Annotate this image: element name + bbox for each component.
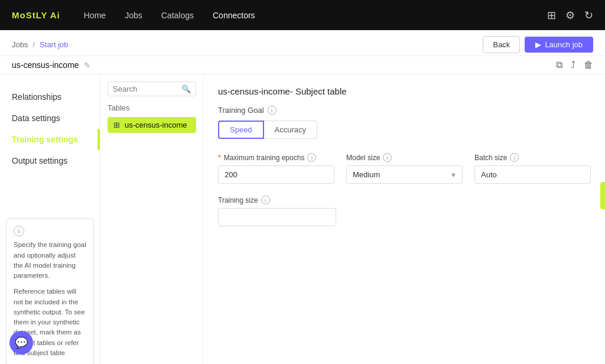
copy-icon[interactable]: ⧉ bbox=[556, 60, 562, 70]
table-icon: ⊞ bbox=[113, 121, 120, 129]
breadcrumb-separator: / bbox=[32, 40, 35, 49]
search-box[interactable]: 🔍 bbox=[108, 82, 196, 96]
batch-size-group: Batch size i bbox=[474, 153, 591, 184]
breadcrumb-actions: Back ▶ Launch job bbox=[483, 36, 593, 53]
sidebar: Relationships Data settings Training set… bbox=[0, 74, 100, 364]
max-epochs-info-icon[interactable]: i bbox=[307, 153, 316, 162]
required-marker: * bbox=[218, 154, 221, 162]
max-epochs-group: * Maximum training epochs i bbox=[218, 153, 334, 184]
delete-icon[interactable]: 🗑 bbox=[584, 60, 593, 70]
tables-panel: 🔍 Tables ⊞ us-census-income bbox=[100, 74, 204, 364]
training-size-label: Training size i bbox=[218, 196, 336, 204]
gear-icon[interactable]: ⚙ bbox=[565, 9, 575, 22]
grid-icon[interactable]: ⊞ bbox=[547, 9, 556, 22]
batch-size-input[interactable] bbox=[474, 165, 591, 184]
breadcrumb: Jobs / Start job bbox=[12, 40, 69, 49]
tables-label: Tables bbox=[108, 103, 196, 112]
launch-job-button[interactable]: ▶ Launch job bbox=[525, 37, 593, 53]
chat-icon: 💬 bbox=[15, 336, 28, 349]
main-layout: Relationships Data settings Training set… bbox=[0, 74, 605, 364]
training-size-group: Training size i bbox=[218, 196, 336, 226]
chat-bubble[interactable]: 💬 bbox=[9, 331, 33, 355]
batch-size-info-icon[interactable]: i bbox=[510, 153, 519, 162]
model-size-label: Model size i bbox=[346, 153, 463, 162]
edit-icon[interactable]: ✎ bbox=[84, 61, 90, 70]
navbar: MoStLY Ai Home Jobs Catalogs Connectors … bbox=[0, 0, 605, 30]
info-text-1: Specify the training goal and optionally… bbox=[14, 240, 86, 281]
sidebar-item-training-settings[interactable]: Training settings bbox=[0, 129, 100, 150]
goal-speed-button[interactable]: Speed bbox=[218, 121, 264, 139]
title-row: us-census-income ✎ ⧉ ⤴ 🗑 bbox=[0, 56, 605, 74]
search-input[interactable] bbox=[113, 84, 178, 93]
form-row-1: * Maximum training epochs i Model size i… bbox=[218, 153, 591, 184]
dataset-title: us-census-income ✎ bbox=[12, 60, 90, 70]
nav-links: Home Jobs Catalogs Connectors bbox=[84, 11, 523, 20]
sidebar-item-output-settings[interactable]: Output settings bbox=[0, 150, 100, 171]
launch-icon: ▶ bbox=[535, 40, 541, 49]
training-goal-buttons: Speed Accuracy bbox=[218, 121, 591, 139]
form-row-2: Training size i bbox=[218, 196, 591, 226]
goal-accuracy-button[interactable]: Accuracy bbox=[264, 121, 317, 139]
brand-logo: MoStLY Ai bbox=[12, 10, 60, 20]
nav-jobs[interactable]: Jobs bbox=[125, 11, 142, 20]
nav-catalogs[interactable]: Catalogs bbox=[161, 11, 194, 20]
subject-table-title: us-census-income- Subject table bbox=[218, 86, 591, 96]
max-epochs-label: * Maximum training epochs i bbox=[218, 153, 334, 162]
back-button[interactable]: Back bbox=[483, 36, 520, 53]
model-size-info-icon[interactable]: i bbox=[383, 153, 392, 162]
table-item-us-census[interactable]: ⊞ us-census-income bbox=[108, 117, 196, 133]
batch-size-label: Batch size i bbox=[474, 153, 591, 162]
title-row-icons: ⧉ ⤴ 🗑 bbox=[556, 60, 593, 70]
info-circle-icon: i bbox=[14, 226, 24, 236]
model-size-select[interactable]: Small Medium Large bbox=[346, 165, 463, 184]
model-size-select-wrapper: Small Medium Large ▼ bbox=[346, 165, 463, 184]
breadcrumb-bar: Jobs / Start job Back ▶ Launch job bbox=[0, 30, 605, 56]
search-icon: 🔍 bbox=[181, 84, 191, 93]
sidebar-item-relationships[interactable]: Relationships bbox=[0, 86, 100, 108]
logout-icon[interactable]: ↻ bbox=[584, 9, 593, 22]
nav-connectors[interactable]: Connectors bbox=[213, 11, 255, 20]
training-goal-label: Training Goal i bbox=[218, 106, 591, 115]
max-epochs-input[interactable] bbox=[218, 165, 334, 184]
table-item-name: us-census-income bbox=[125, 121, 187, 129]
training-size-info-icon[interactable]: i bbox=[261, 196, 270, 204]
dataset-name: us-census-income bbox=[12, 60, 79, 70]
breadcrumb-current: Start job bbox=[40, 40, 68, 49]
training-goal-info-icon[interactable]: i bbox=[268, 106, 277, 115]
feedback-tab[interactable]: Feedback bbox=[600, 182, 605, 209]
content-area: us-census-income- Subject table Training… bbox=[204, 74, 605, 364]
training-size-input[interactable] bbox=[218, 208, 336, 226]
sidebar-item-data-settings[interactable]: Data settings bbox=[0, 108, 100, 129]
navbar-icons: ⊞ ⚙ ↻ bbox=[547, 9, 593, 22]
breadcrumb-jobs[interactable]: Jobs bbox=[12, 40, 28, 49]
model-size-group: Model size i Small Medium Large ▼ bbox=[346, 153, 463, 184]
share-icon[interactable]: ⤴ bbox=[571, 60, 575, 70]
nav-home[interactable]: Home bbox=[84, 11, 106, 20]
